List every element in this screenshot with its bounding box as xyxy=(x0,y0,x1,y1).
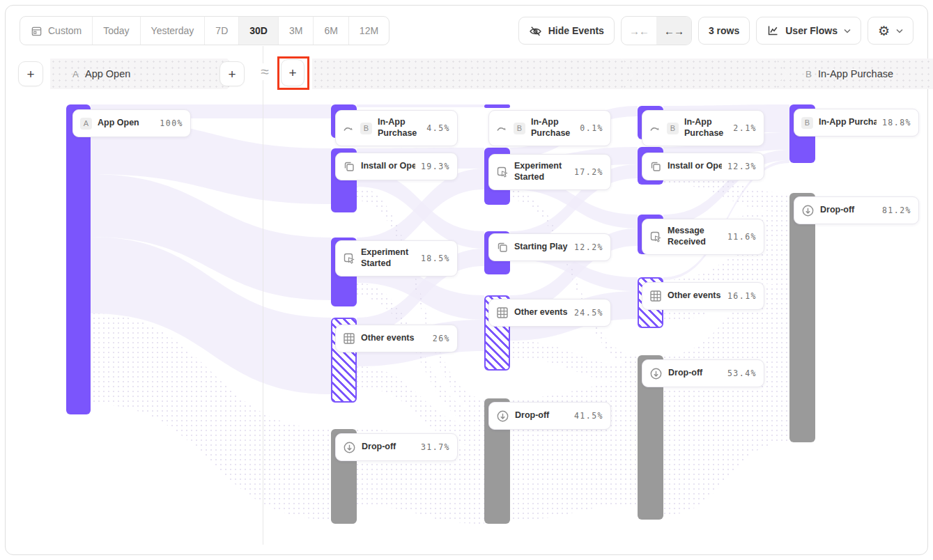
event-label: Starting Play xyxy=(514,242,569,253)
event-percentage: 18.5% xyxy=(421,254,450,263)
down-icon xyxy=(343,441,356,454)
event-percentage: 12.2% xyxy=(574,242,603,252)
view-type-dropdown[interactable]: User Flows xyxy=(756,17,861,45)
date-range-selector: CustomTodayYesterday7D30D3M6M12M xyxy=(20,16,390,45)
trend-icon xyxy=(496,123,508,134)
eye-off-icon xyxy=(529,24,542,38)
event-percentage: 16.1% xyxy=(727,291,757,301)
rows-button[interactable]: 3 rows xyxy=(698,17,750,45)
date-range-3m[interactable]: 3M xyxy=(279,17,314,45)
trend-icon xyxy=(343,123,355,134)
event-label: Message Received xyxy=(668,226,722,247)
toolbar-right: Hide Events →← ←→ 3 rows User Flows ⚙ xyxy=(518,16,913,45)
flow-card-drop-off[interactable]: Drop-off81.2% xyxy=(794,196,919,224)
add-step-button[interactable]: + xyxy=(281,59,304,86)
flow-card-in-app-purchase[interactable]: BIn-App Purchase0.1% xyxy=(488,110,611,146)
step-label: B In-App Purchase xyxy=(805,68,893,79)
event-percentage: 11.6% xyxy=(727,232,757,242)
event-label: Drop-off xyxy=(362,442,415,453)
flow-ribbon xyxy=(510,341,638,383)
event-label: Drop-off xyxy=(515,410,569,421)
event-percentage: 18.8% xyxy=(882,118,911,127)
event-label: In-App Purchase xyxy=(531,117,574,139)
event-label: Install or Open xyxy=(361,161,415,172)
click-icon xyxy=(649,231,662,243)
event-percentage: 4.5% xyxy=(426,123,450,133)
date-range-30d[interactable]: 30D xyxy=(239,17,279,45)
flow-card-drop-off[interactable]: Drop-off53.4% xyxy=(642,359,764,387)
event-badge-b: B xyxy=(667,123,679,134)
width-toggle: →← ←→ xyxy=(621,16,692,45)
event-badge-b: B xyxy=(801,117,813,129)
flow-card-drop-off[interactable]: Drop-off31.7% xyxy=(335,433,458,461)
step-band-3[interactable] xyxy=(468,59,634,89)
down-icon xyxy=(649,367,663,380)
settings-dropdown[interactable]: ⚙ xyxy=(868,17,913,45)
event-label: App Open xyxy=(98,118,154,129)
flow-card-experiment-started[interactable]: Experiment Started17.2% xyxy=(488,154,611,190)
date-range-yesterday[interactable]: Yesterday xyxy=(141,17,206,45)
flow-card-starting-play[interactable]: Starting Play12.2% xyxy=(488,233,611,261)
flow-card-message-received[interactable]: Message Received11.6% xyxy=(642,219,764,255)
event-label: Experiment Started xyxy=(514,161,569,182)
compress-columns-button[interactable]: →← xyxy=(622,17,656,45)
event-percentage: 24.5% xyxy=(574,308,603,318)
step-band-4[interactable] xyxy=(622,59,787,89)
flow-bar-in-app-purchase[interactable] xyxy=(484,104,510,108)
event-label: Install or Open xyxy=(668,161,722,172)
date-range-12m[interactable]: 12M xyxy=(349,17,389,45)
click-icon xyxy=(496,166,509,178)
date-range-7d[interactable]: 7D xyxy=(205,17,239,45)
grid-icon xyxy=(343,332,355,345)
event-percentage: 0.1% xyxy=(580,123,603,133)
step-badge-b: B xyxy=(805,69,812,79)
event-percentage: 53.4% xyxy=(727,368,757,378)
flow-card-other-events[interactable]: Other events16.1% xyxy=(642,282,764,310)
date-range-custom[interactable]: Custom xyxy=(20,17,93,45)
hide-events-button[interactable]: Hide Events xyxy=(518,17,615,45)
flow-card-in-app-purchase[interactable]: BIn-App Purchase18.8% xyxy=(794,109,919,137)
event-label: Drop-off xyxy=(668,368,722,379)
app-icon xyxy=(649,160,662,173)
flow-card-drop-off[interactable]: Drop-off41.5% xyxy=(488,402,611,430)
flow-card-install-or-open[interactable]: Install or Open12.3% xyxy=(642,153,764,180)
event-label: Other events xyxy=(361,333,427,344)
down-icon xyxy=(801,204,815,217)
event-percentage: 12.3% xyxy=(727,162,757,171)
flow-card-experiment-started[interactable]: Experiment Started18.5% xyxy=(335,240,458,277)
grid-icon xyxy=(496,306,509,319)
collapsed-steps-divider xyxy=(263,46,263,545)
step-band-in-app-purchase[interactable]: B In-App Purchase xyxy=(775,59,933,89)
step-band-2[interactable] xyxy=(312,59,481,89)
add-step-start-button[interactable]: + xyxy=(18,61,43,86)
flow-card-in-app-purchase[interactable]: BIn-App Purchase2.1% xyxy=(642,110,764,146)
add-step-after-a-button[interactable]: + xyxy=(219,61,245,86)
app-icon xyxy=(343,160,355,173)
expand-columns-button[interactable]: ←→ xyxy=(656,17,691,45)
step-badge-a: A xyxy=(72,69,79,79)
event-percentage: 17.2% xyxy=(574,167,603,177)
flow-card-in-app-purchase[interactable]: BIn-App Purchase4.5% xyxy=(335,110,458,146)
flow-bar-drop-off[interactable] xyxy=(789,193,815,442)
calendar-icon xyxy=(31,25,43,37)
step-band-app-open[interactable]: A App Open xyxy=(50,59,240,89)
flow-bar-app-open[interactable] xyxy=(66,104,91,414)
flow-card-other-events[interactable]: Other events26% xyxy=(335,325,458,352)
down-icon xyxy=(496,410,509,423)
event-badge-b: B xyxy=(360,123,372,134)
flow-card-app-open[interactable]: AApp Open100% xyxy=(72,109,191,137)
event-label: In-App Purchase xyxy=(819,117,877,128)
click-icon xyxy=(343,252,355,265)
date-range-today[interactable]: Today xyxy=(93,17,140,45)
flows-chart-icon xyxy=(766,24,779,37)
event-percentage: 81.2% xyxy=(882,205,911,215)
collapsed-steps-indicator[interactable]: ≈ xyxy=(256,63,274,80)
flow-card-other-events[interactable]: Other events24.5% xyxy=(488,299,611,327)
event-label: In-App Purchase xyxy=(378,117,421,139)
event-label: Other events xyxy=(514,307,569,318)
app-icon xyxy=(496,241,509,254)
toolbar: CustomTodayYesterday7D30D3M6M12M Hide Ev… xyxy=(20,17,913,45)
date-range-6m[interactable]: 6M xyxy=(314,17,348,45)
event-percentage: 26% xyxy=(433,334,450,343)
flow-card-install-or-open[interactable]: Install or Open19.3% xyxy=(335,153,458,180)
